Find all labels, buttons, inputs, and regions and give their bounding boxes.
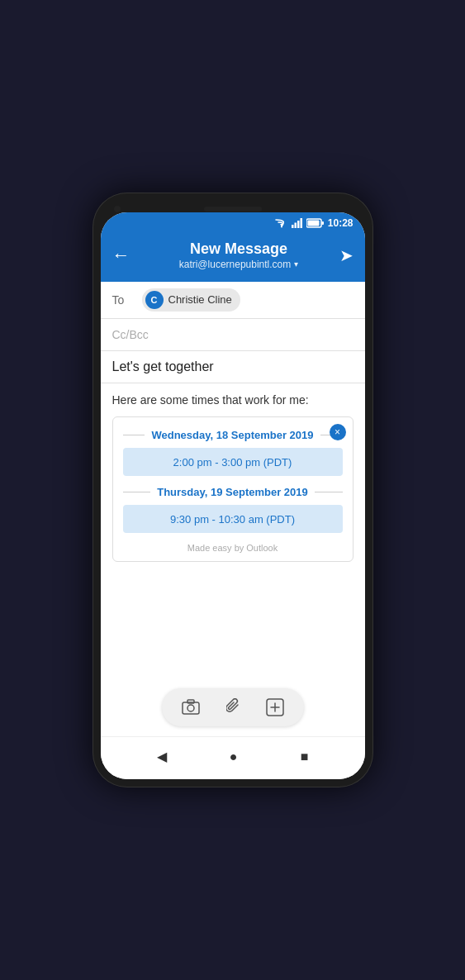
- nav-recents-button[interactable]: ■: [292, 746, 317, 768]
- paperclip-icon: [226, 698, 240, 716]
- body-intro: Here are some times that work for me:: [112, 393, 353, 407]
- status-icons: 10:28: [275, 217, 353, 229]
- attach-button[interactable]: [223, 695, 243, 720]
- cc-label: Cc/Bcc: [112, 328, 149, 341]
- phone-screen: 10:28 ← New Message katri@lucernepubintl…: [101, 212, 365, 779]
- app-header: ← New Message katri@lucernepubintl.com ▾…: [101, 232, 365, 282]
- phone-notch: [101, 201, 365, 212]
- date-line-3: [315, 492, 343, 492]
- nav-home-button[interactable]: ●: [221, 746, 246, 768]
- time-slot-1[interactable]: 2:00 pm - 3:00 pm (PDT): [123, 448, 343, 476]
- recipient-chip[interactable]: C Christie Cline: [142, 288, 240, 312]
- date-line: [123, 435, 145, 435]
- signal-icon: [292, 218, 303, 228]
- battery-icon: [306, 218, 325, 228]
- date-label-1: Wednesday, 18 September 2019: [145, 429, 320, 441]
- body-area[interactable]: Here are some times that work for me: × …: [101, 383, 365, 678]
- wifi-icon: [275, 218, 288, 228]
- phone-shell: 10:28 ← New Message katri@lucernepubintl…: [93, 193, 373, 787]
- svg-rect-8: [183, 702, 199, 714]
- svg-rect-2: [294, 223, 297, 229]
- made-easy-text: Made easy by Outlook: [123, 543, 343, 553]
- to-label: To: [112, 293, 135, 307]
- svg-point-0: [281, 226, 282, 228]
- status-bar: 10:28: [101, 212, 365, 232]
- time-slot-text-2: 9:30 pm - 10:30 am (PDT): [170, 513, 295, 526]
- speaker-bar: [204, 207, 262, 212]
- svg-rect-4: [300, 218, 302, 228]
- send-button[interactable]: ➤: [339, 245, 353, 265]
- date-divider-2: Thursday, 19 September 2019: [123, 486, 343, 498]
- meeting-card-close-button[interactable]: ×: [330, 424, 346, 440]
- svg-rect-10: [187, 700, 194, 703]
- svg-rect-6: [307, 221, 319, 226]
- add-square-icon: [266, 698, 284, 716]
- nav-back-button[interactable]: ◀: [149, 745, 175, 768]
- date-divider-1: Wednesday, 18 September 2019: [123, 429, 343, 441]
- bottom-toolbar: [101, 678, 365, 736]
- header-title-block: New Message katri@lucernepubintl.com ▾: [139, 240, 339, 270]
- header-subtitle: katri@lucernepubintl.com ▾: [139, 259, 339, 270]
- svg-rect-3: [297, 221, 300, 228]
- compose-area: To C Christie Cline Cc/Bcc Let's get tog…: [101, 282, 365, 736]
- camera-button[interactable]: [178, 696, 203, 719]
- meeting-card: × Wednesday, 18 September 2019 2:00 pm -…: [112, 416, 353, 562]
- date-line-2: [123, 492, 151, 492]
- time-slot-2[interactable]: 9:30 pm - 10:30 am (PDT): [123, 505, 343, 533]
- recipient-avatar: C: [145, 291, 164, 309]
- chevron-down-icon[interactable]: ▾: [294, 259, 298, 269]
- time-slot-text-1: 2:00 pm - 3:00 pm (PDT): [173, 456, 292, 469]
- camera-icon: [182, 699, 200, 716]
- date-label-2: Thursday, 19 September 2019: [150, 486, 315, 498]
- header-account: katri@lucernepubintl.com: [179, 259, 292, 270]
- to-field[interactable]: To C Christie Cline: [101, 282, 365, 319]
- add-button[interactable]: [263, 695, 287, 720]
- svg-rect-1: [292, 225, 294, 228]
- recipient-name: Christie Cline: [168, 293, 232, 306]
- android-nav: ◀ ● ■: [101, 736, 365, 779]
- svg-point-9: [187, 705, 194, 711]
- back-button[interactable]: ←: [112, 246, 130, 264]
- subject-field[interactable]: Let's get together: [101, 351, 365, 383]
- toolbar-pill: [162, 688, 304, 726]
- subject-text: Let's get together: [112, 359, 214, 373]
- status-time: 10:28: [328, 217, 353, 229]
- header-title: New Message: [139, 240, 339, 259]
- cc-field[interactable]: Cc/Bcc: [101, 319, 365, 351]
- svg-rect-7: [321, 221, 324, 225]
- camera-dot: [114, 206, 121, 212]
